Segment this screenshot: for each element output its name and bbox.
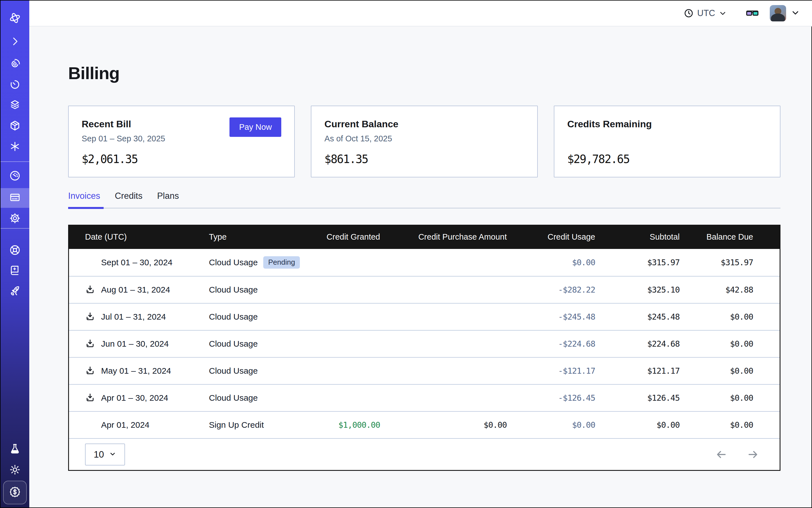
download-invoice-button[interactable] — [85, 392, 96, 403]
tab-plans[interactable]: Plans — [157, 191, 179, 208]
card-amount: $861.35 — [324, 153, 524, 166]
card-subtitle: As of Oct 15, 2025 — [324, 134, 524, 144]
credit-usage-value: -$245.48 — [507, 312, 595, 322]
download-invoice-button[interactable] — [85, 311, 96, 322]
card-title: Current Balance — [324, 119, 524, 130]
invoice-date: Jun 01 – 30, 2024 — [101, 339, 209, 349]
sidebar — [1, 1, 29, 507]
invoice-row: Aug 01 – 31, 2024 Cloud Usage -$282.22 $… — [69, 276, 780, 303]
column-header-credit-usage: Credit Usage — [507, 232, 595, 242]
chevron-down-icon — [790, 8, 800, 18]
invoice-date: Sept 01 – 30, 2024 — [101, 258, 209, 267]
download-invoice-button[interactable] — [85, 366, 96, 376]
sidebar-item-billing[interactable] — [1, 188, 29, 208]
card-amount: $2,061.35 — [82, 153, 281, 166]
subtotal-value: $245.48 — [595, 312, 680, 322]
sidebar-item-theme[interactable] — [1, 460, 29, 480]
table-pagination: 10 — [69, 438, 780, 470]
credit-usage-value: $0.00 — [507, 420, 595, 430]
timezone-selector[interactable]: UTC — [684, 8, 727, 18]
sidebar-item-quickstart[interactable] — [1, 282, 29, 302]
balance-due-value: $42.88 — [680, 285, 753, 295]
layers-icon — [9, 98, 21, 112]
subtotal-value: $325.10 — [595, 285, 680, 295]
invoice-type-cell: Cloud Usage — [209, 285, 312, 295]
gauge-icon — [9, 170, 21, 183]
sidebar-item-packages[interactable] — [1, 116, 29, 136]
account-menu-button[interactable] — [790, 8, 800, 18]
credit-usage-value: -$224.68 — [507, 339, 595, 349]
glasses-icon — [745, 8, 759, 19]
invoice-type-cell: Sign Up Credit — [209, 420, 312, 430]
billing-card-icon — [9, 191, 21, 205]
sidebar-item-timers[interactable] — [1, 75, 29, 95]
invoice-type: Cloud Usage — [209, 258, 258, 267]
status-badge: Pending — [263, 256, 300, 268]
sidebar-item-support[interactable] — [1, 241, 29, 260]
page-size-value: 10 — [94, 449, 104, 460]
page-size-select[interactable]: 10 — [85, 443, 125, 465]
invoice-type: Sign Up Credit — [209, 420, 264, 430]
sidebar-divider — [1, 228, 29, 229]
app-logo[interactable] — [1, 9, 29, 29]
reader-mode-button[interactable] — [745, 8, 759, 19]
current-balance-card: Current Balance As of Oct 15, 2025 $861.… — [311, 105, 538, 177]
invoice-date: Jul 01 – 31, 2024 — [101, 312, 209, 322]
sidebar-collapse-toggle[interactable] — [1, 32, 29, 52]
previous-page-button[interactable] — [715, 448, 728, 461]
invoice-row: Apr 01, 2024 Sign Up Credit $1,000.00 $0… — [69, 411, 780, 438]
column-header-type: Type — [209, 232, 312, 242]
invoice-date: Apr 01 – 30, 2024 — [101, 393, 209, 403]
invoice-row: Sept 01 – 30, 2024 Cloud Usage Pending $… — [69, 249, 780, 276]
column-header-date: Date (UTC) — [85, 232, 209, 242]
credit-usage-value: -$126.45 — [507, 393, 595, 403]
next-page-button[interactable] — [746, 448, 759, 461]
billing-tabs: Invoices Credits Plans — [68, 191, 780, 208]
column-header-balance-due: Balance Due — [680, 232, 753, 242]
download-invoice-button[interactable] — [85, 338, 96, 349]
gear-icon — [9, 212, 21, 225]
sidebar-item-traces[interactable] — [1, 55, 29, 74]
balance-due-value: $0.00 — [680, 339, 753, 349]
download-invoice-button[interactable] — [85, 285, 96, 295]
invoices-table: Date (UTC) Type Credit Granted Credit Pu… — [68, 225, 780, 471]
column-header-credit-granted: Credit Granted — [312, 232, 380, 242]
card-subtitle — [567, 134, 767, 144]
subtotal-value: $126.45 — [595, 393, 680, 403]
invoice-type: Cloud Usage — [209, 312, 258, 322]
tab-invoices[interactable]: Invoices — [68, 191, 100, 208]
pay-now-button[interactable]: Pay Now — [229, 118, 281, 137]
balance-due-value: $0.00 — [680, 420, 753, 430]
avatar[interactable] — [770, 5, 786, 22]
sidebar-credits-button[interactable] — [3, 481, 27, 504]
page-title: Billing — [68, 63, 780, 83]
invoice-type-cell: Cloud Usage — [209, 339, 312, 349]
sidebar-item-docs[interactable] — [1, 261, 29, 281]
sun-icon — [9, 464, 21, 477]
sidebar-item-settings[interactable] — [1, 209, 29, 229]
invoice-row: May 01 – 31, 2024 Cloud Usage -$121.17 $… — [69, 357, 780, 384]
invoice-row: Apr 01 – 30, 2024 Cloud Usage -$126.45 $… — [69, 384, 780, 411]
main-content: Billing Recent Bill Sep 01 – Sep 30, 202… — [68, 27, 780, 471]
invoice-row: Jul 01 – 31, 2024 Cloud Usage -$245.48 $… — [69, 303, 780, 330]
invoice-type: Cloud Usage — [209, 366, 258, 376]
chevron-down-icon — [109, 449, 116, 460]
chevron-right-icon — [9, 35, 21, 49]
cube-icon — [9, 119, 21, 133]
tab-credits[interactable]: Credits — [115, 191, 142, 208]
dollar-badge-icon — [8, 485, 22, 500]
sidebar-item-usage[interactable] — [1, 166, 29, 186]
spiral-icon — [9, 58, 21, 71]
balance-due-value: $0.00 — [680, 312, 753, 322]
subtotal-value: $0.00 — [595, 420, 680, 430]
rocket-icon — [9, 285, 21, 298]
book-sparkle-icon — [9, 264, 21, 278]
sidebar-item-labs[interactable] — [1, 439, 29, 459]
sidebar-item-functions[interactable] — [1, 137, 29, 157]
column-header-credit-purchase: Credit Purchase Amount — [380, 232, 507, 242]
pager-arrows — [715, 448, 759, 461]
clock-icon — [684, 8, 694, 18]
sidebar-item-layers[interactable] — [1, 95, 29, 115]
table-header: Date (UTC) Type Credit Granted Credit Pu… — [69, 225, 780, 249]
invoice-type: Cloud Usage — [209, 339, 258, 349]
